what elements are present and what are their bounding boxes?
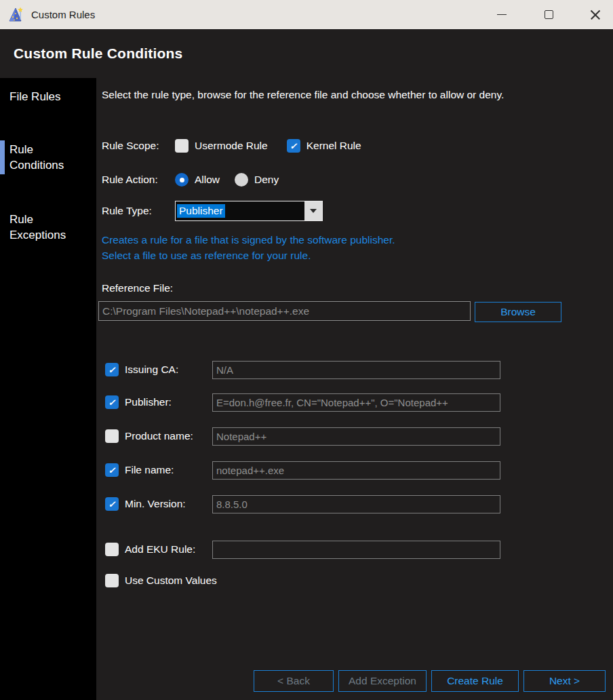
check-icon [108, 500, 116, 509]
publisher-checkbox[interactable] [105, 395, 119, 409]
maximize-icon [545, 10, 553, 19]
add-eku-rule-input[interactable] [212, 541, 500, 559]
sidebar-item-label: Rule Conditions [9, 142, 79, 173]
file-name-label: File name: [125, 464, 207, 476]
issuing-ca-row: Issuing CA: [105, 359, 500, 380]
allow-label: Allow [195, 174, 220, 186]
dialog-buttons: < Back Add Exception Create Rule Next > [254, 670, 606, 692]
titlebar[interactable]: Custom Rules [0, 0, 613, 29]
kernel-rule-checkbox[interactable] [287, 139, 300, 153]
sidebar-item-rule-conditions[interactable]: Rule Conditions [0, 142, 96, 173]
dropdown-button[interactable] [304, 201, 322, 220]
active-indicator [0, 140, 5, 174]
issuing-ca-checkbox[interactable] [105, 363, 119, 376]
use-custom-values-label: Use Custom Values [125, 575, 217, 587]
check-icon [290, 142, 297, 151]
rule-type-row: Rule Type: Publisher [102, 201, 323, 221]
check-icon [108, 366, 116, 374]
file-name-row: File name: [105, 460, 500, 480]
reference-file-label: Reference File: [102, 282, 173, 294]
add-eku-rule-label: Add EKU Rule: [125, 543, 207, 556]
deny-label: Deny [254, 174, 279, 186]
close-button[interactable] [582, 0, 609, 29]
maximize-button[interactable] [535, 0, 562, 29]
help-line-2: Select a file to use as reference for yo… [102, 248, 395, 264]
product-name-label: Product name: [125, 430, 207, 442]
use-custom-values-row: Use Custom Values [105, 574, 217, 587]
rule-action-label: Rule Action: [102, 174, 170, 186]
back-button[interactable]: < Back [254, 670, 334, 692]
chevron-down-icon [310, 209, 317, 213]
min-version-row: Min. Version: [105, 494, 500, 514]
close-icon [590, 9, 601, 20]
help-line-1: Creates a rule for a file that is signed… [102, 233, 395, 248]
window-controls [488, 0, 609, 29]
issuing-ca-label: Issuing CA: [125, 364, 207, 376]
reference-file-input[interactable] [98, 301, 471, 321]
page-description: Select the rule type, browse for the ref… [102, 87, 536, 102]
main-content: Select the rule type, browse for the ref… [96, 78, 613, 700]
check-icon [108, 398, 116, 407]
product-name-row: Product name: [105, 426, 500, 446]
kernel-rule-label: Kernel Rule [306, 140, 361, 152]
product-name-input[interactable] [212, 427, 500, 446]
minimize-icon [497, 14, 507, 16]
sidebar: File Rules Rule Conditions Rule Exceptio… [0, 78, 96, 700]
add-eku-rule-checkbox[interactable] [105, 543, 119, 556]
rule-type-label: Rule Type: [102, 205, 170, 217]
rule-type-dropdown[interactable]: Publisher [175, 201, 323, 221]
publisher-label: Publisher: [125, 396, 207, 408]
sidebar-item-file-rules[interactable]: File Rules [0, 89, 96, 104]
deny-radio[interactable] [235, 173, 248, 187]
page-title: Custom Rule Conditions [14, 45, 182, 62]
min-version-input[interactable] [212, 495, 500, 513]
sidebar-item-label: Rule Exceptions [9, 212, 79, 243]
rule-action-row: Rule Action: Allow Deny [102, 171, 279, 189]
minimize-button[interactable] [488, 0, 515, 29]
next-button[interactable]: Next > [523, 670, 606, 692]
add-exception-button[interactable]: Add Exception [338, 670, 427, 692]
rule-scope-label: Rule Scope: [102, 140, 170, 152]
rule-type-help-text: Creates a rule for a file that is signed… [102, 233, 395, 263]
add-eku-rule-row: Add EKU Rule: [105, 539, 500, 560]
usermode-rule-label: Usermode Rule [195, 140, 268, 152]
use-custom-values-checkbox[interactable] [105, 574, 119, 587]
product-name-checkbox[interactable] [105, 429, 119, 443]
sidebar-item-rule-exceptions[interactable]: Rule Exceptions [0, 212, 96, 243]
sidebar-item-label: File Rules [9, 89, 79, 104]
publisher-row: Publisher: [105, 392, 500, 412]
min-version-label: Min. Version: [125, 498, 207, 510]
window-title: Custom Rules [31, 9, 95, 20]
min-version-checkbox[interactable] [105, 497, 119, 511]
usermode-rule-checkbox[interactable] [175, 139, 189, 153]
wizard-hat-icon [7, 6, 24, 24]
create-rule-button[interactable]: Create Rule [431, 670, 519, 692]
page-header: Custom Rule Conditions [0, 29, 613, 78]
issuing-ca-input[interactable] [212, 361, 500, 379]
file-name-checkbox[interactable] [105, 463, 119, 477]
file-name-input[interactable] [212, 461, 500, 480]
browse-button[interactable]: Browse [475, 302, 561, 322]
rule-type-value: Publisher [177, 204, 225, 218]
publisher-input[interactable] [212, 393, 500, 412]
allow-radio[interactable] [175, 173, 189, 187]
rule-scope-row: Rule Scope: Usermode Rule Kernel Rule [102, 137, 361, 155]
check-icon [108, 466, 116, 475]
